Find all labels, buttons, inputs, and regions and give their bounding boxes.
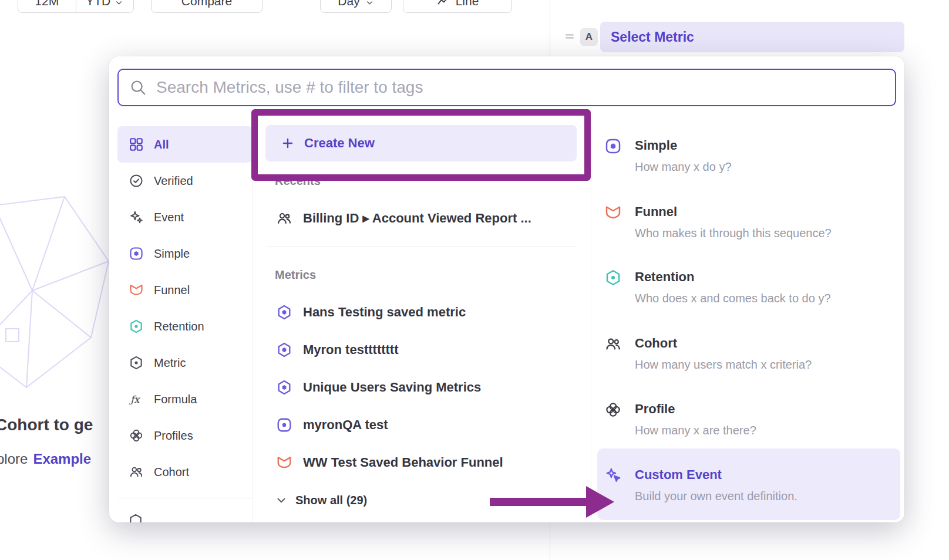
retention-icon [128, 319, 144, 334]
wireframe-illustration [0, 194, 117, 399]
sidebar-item-cohort[interactable]: Cohort [117, 454, 253, 490]
sparkles-icon [128, 210, 144, 225]
type-desc: How many x do y? [635, 159, 732, 174]
metric-item[interactable]: Hans Testing saved metric [276, 297, 466, 328]
example-link[interactable]: Example [33, 451, 91, 467]
date-range-group: 12M YTD [18, 0, 134, 13]
custom-event-sparkle-icon [604, 467, 622, 484]
recent-item[interactable]: Billing ID ▸ Account Viewed Report ... [276, 203, 531, 234]
type-desc: Build your own event definition. [635, 488, 797, 504]
select-metric-field[interactable]: Select Metric [600, 22, 904, 52]
type-desc: Who makes it through this sequence? [635, 225, 832, 241]
chart-type-line-button[interactable]: Line [403, 0, 512, 13]
funnel-icon [128, 282, 144, 298]
metric-item-label: WW Test Saved Behavior Funnel [303, 455, 503, 470]
show-all-button[interactable]: Show all (29) [275, 485, 367, 515]
category-label: Formula [154, 393, 197, 406]
metric-item[interactable]: myronQA test [276, 410, 388, 440]
range-12m-button[interactable]: 12M [18, 0, 76, 12]
category-label: Funnel [154, 284, 190, 297]
select-metric-label: Select Metric [611, 29, 694, 45]
sidebar-item-formula[interactable]: ƒx Formula [117, 381, 253, 417]
sidebar-item-profiles[interactable]: Profiles [117, 417, 253, 454]
profiles-flower-icon [128, 428, 144, 443]
metric-item-label: Myron testttttttt [303, 342, 399, 357]
chevron-down-icon [275, 494, 288, 507]
recent-item-label: Billing ID ▸ Account Viewed Report ... [303, 211, 531, 226]
type-row-custom-event[interactable]: Custom Event Build your own event defini… [591, 467, 904, 504]
type-row-profile[interactable]: Profile How many x are there? [591, 401, 904, 438]
funnel-icon [276, 454, 292, 471]
section-divider [267, 247, 577, 247]
category-label: Verified [154, 174, 193, 188]
formula-fx-icon: ƒx [128, 392, 144, 407]
sidebar-item-metric[interactable]: Metric [117, 345, 253, 381]
compare-button[interactable]: Compare [151, 0, 263, 13]
sidebar-item-verified[interactable]: Verified [117, 163, 253, 199]
app-screen: 12M YTD Compare Day Line A Select Metric… [0, 0, 949, 560]
category-label: Event [154, 211, 184, 224]
line-label: Line [456, 0, 479, 8]
type-title: Funnel [635, 204, 832, 220]
type-row-simple[interactable]: Simple How many x do y? [591, 137, 904, 174]
sidebar-item-partial[interactable] [128, 513, 143, 522]
category-label: Cohort [154, 465, 189, 479]
range-ytd-button[interactable]: YTD [76, 0, 134, 12]
type-title: Custom Event [635, 467, 797, 483]
type-row-retention[interactable]: Retention Who does x and comes back to d… [591, 269, 904, 306]
type-desc: How many x are there? [635, 423, 756, 438]
sidebar-item-funnel[interactable]: Funnel [117, 272, 253, 308]
subtext-prefix: plore [0, 451, 28, 467]
sidebar-item-all[interactable]: All [117, 126, 253, 163]
cohort-people-icon [604, 335, 622, 353]
query-row-badge[interactable]: A [580, 28, 598, 46]
interval-day-button[interactable]: Day [320, 0, 392, 13]
drag-handle-icon[interactable] [564, 31, 576, 45]
compare-label: Compare [181, 0, 232, 8]
category-sidebar: All Verified Event Simple [117, 126, 253, 490]
annotation-highlight-box [251, 109, 591, 181]
range-ytd-label: YTD [86, 0, 110, 8]
show-all-label: Show all (29) [295, 494, 367, 507]
profiles-flower-icon [604, 401, 622, 419]
svg-text:ƒx: ƒx [129, 394, 140, 405]
saved-metric-hexagon-icon [276, 342, 292, 358]
chevron-down-icon [365, 0, 374, 7]
metric-item[interactable]: WW Test Saved Behavior Funnel [276, 447, 503, 478]
type-title: Simple [635, 137, 732, 154]
sidebar-item-simple[interactable]: Simple [117, 235, 253, 272]
category-label: Retention [154, 320, 204, 333]
simple-metric-icon [128, 246, 144, 261]
category-label: Profiles [154, 429, 193, 443]
saved-metric-hexagon-icon [276, 379, 292, 396]
retention-icon [604, 269, 622, 286]
annotation-arrow [487, 483, 617, 521]
grid-icon [128, 137, 144, 152]
type-row-cohort[interactable]: Cohort How many users match x criteria? [591, 335, 904, 372]
category-label: All [154, 138, 169, 151]
range-12m-label: 12M [35, 0, 59, 8]
type-desc: How many users match x criteria? [635, 357, 812, 372]
metric-item[interactable]: Unique Users Saving Metrics [276, 372, 481, 403]
type-row-funnel[interactable]: Funnel Who makes it through this sequenc… [591, 204, 904, 241]
metric-item-label: Unique Users Saving Metrics [303, 380, 481, 395]
saved-metric-hexagon-icon [276, 304, 292, 321]
empty-state-heading: Cohort to ge [0, 416, 93, 434]
cohort-people-icon [128, 464, 144, 480]
metric-types-column: Simple How many x do y? Funnel Who makes… [591, 121, 904, 522]
type-title: Profile [635, 401, 756, 417]
line-chart-icon [436, 0, 450, 8]
sidebar-item-event[interactable]: Event [117, 199, 253, 235]
empty-state-subtext: plore Example [0, 451, 91, 467]
metric-hexagon-icon [128, 355, 144, 370]
simple-metric-icon [604, 137, 622, 155]
search-icon [129, 79, 147, 96]
sidebar-item-retention[interactable]: Retention [117, 308, 253, 345]
metric-item[interactable]: Myron testttttttt [276, 335, 399, 365]
metric-item-label: Hans Testing saved metric [303, 305, 466, 320]
partial-hexagon-icon [128, 513, 143, 522]
type-title: Cohort [635, 335, 812, 352]
day-label: Day [338, 0, 359, 8]
funnel-icon [604, 204, 622, 221]
type-desc: Who does x and comes back to do y? [635, 291, 831, 306]
